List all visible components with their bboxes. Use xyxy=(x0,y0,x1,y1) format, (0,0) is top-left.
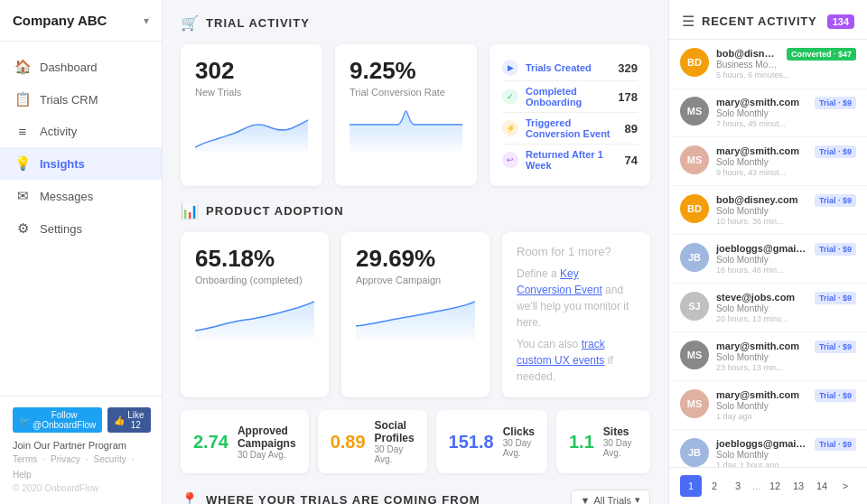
new-trials-value: 302 xyxy=(195,57,308,85)
footer-link-help[interactable]: Help xyxy=(13,470,32,480)
placeholder-title: Room for 1 more? xyxy=(517,245,611,258)
conversion-chart-svg xyxy=(350,107,462,152)
like-button[interactable]: 👍 Like 12 xyxy=(107,407,150,433)
small-metric-approved-campaigns: 2.74 Approved Campaigns 30 Day Avg. xyxy=(181,410,309,473)
sidebar-label-settings: Settings xyxy=(40,222,82,236)
activity-badge-0: Converted · $47 xyxy=(787,48,856,61)
footer-link-security[interactable]: Security xyxy=(94,454,126,464)
small-metric-value: 0.89 xyxy=(331,432,366,453)
sidebar-item-insights[interactable]: 💡Insights xyxy=(0,147,162,180)
page-btn->[interactable]: > xyxy=(834,475,856,497)
activity-badge-col-5: Trial · $9 xyxy=(815,292,856,306)
twitter-button[interactable]: 🐦 Follow @OnboardFlow xyxy=(13,407,102,433)
conversion-rate-chart xyxy=(350,107,462,152)
activity-badge-2: Trial · $9 xyxy=(815,145,856,158)
activity-plan-2: Solo Monthly xyxy=(716,157,807,167)
page-dots: ... xyxy=(750,481,762,491)
page-btn-13[interactable]: 13 xyxy=(788,475,809,497)
sidebar-footer: 🐦 Follow @OnboardFlow 👍 Like 12 Join Our… xyxy=(0,396,162,504)
page-btn-1[interactable]: 1 xyxy=(680,475,702,497)
activity-time-2: 9 hours, 43 minut... xyxy=(716,168,807,177)
new-trials-card: 302 New Trials xyxy=(181,44,322,186)
trial-activity-title: TRIAL ACTIVITY xyxy=(206,16,310,30)
small-metric-info: Social Profiles 30 Day Avg. xyxy=(375,419,415,464)
trial-activity-header: 🛒 TRIAL ACTIVITY xyxy=(181,14,650,32)
activity-plan-4: Solo Monthly xyxy=(716,255,807,265)
stat-value: 74 xyxy=(625,154,638,167)
sidebar-label-messages: Messages xyxy=(40,190,93,203)
copyright: © 2020 OnboardFlow xyxy=(13,483,149,493)
stat-icon: ▶ xyxy=(502,60,518,76)
activity-email-8[interactable]: joebloggs@gmail.com xyxy=(716,438,807,449)
avatar-0: BD xyxy=(680,48,709,77)
recent-activity-title: RECENT ACTIVITY xyxy=(702,14,817,28)
activity-email-6[interactable]: mary@smith.com xyxy=(716,341,807,351)
stat-row: ⚡ Triggered Conversion Event 89 xyxy=(502,113,638,145)
sidebar-item-settings[interactable]: ⚙Settings xyxy=(0,212,162,245)
activity-count-badge: 134 xyxy=(827,14,854,29)
sidebar-item-trials-crm[interactable]: 📋Trials CRM xyxy=(0,83,162,116)
page-btn-2[interactable]: 2 xyxy=(704,475,725,497)
footer-link-terms[interactable]: Terms xyxy=(13,454,37,464)
page-btn-3[interactable]: 3 xyxy=(727,475,749,497)
page-btn-12[interactable]: 12 xyxy=(764,475,786,497)
activity-email-2[interactable]: mary@smith.com xyxy=(716,145,807,156)
product-adoption-header: 📊 PRODUCT ADOPTION xyxy=(181,202,650,219)
small-metric-name: Clicks xyxy=(503,425,535,438)
footer-link-privacy[interactable]: Privacy xyxy=(51,454,80,464)
small-metric-name: Approved Campaigns xyxy=(238,425,296,450)
avatar-3: BD xyxy=(680,194,709,223)
adoption-icon: 📊 xyxy=(181,202,199,219)
small-metric-info: Approved Campaigns 30 Day Avg. xyxy=(238,425,296,460)
product-adoption-title: PRODUCT ADOPTION xyxy=(206,204,344,218)
activity-badge-3: Trial · $9 xyxy=(815,194,856,207)
avatar-4: JB xyxy=(680,243,709,272)
sidebar-label-dashboard: Dashboard xyxy=(40,61,98,74)
page-btn-14[interactable]: 14 xyxy=(811,475,833,497)
activity-email-5[interactable]: steve@jobs.com xyxy=(716,292,807,303)
small-metric-value: 2.74 xyxy=(193,432,228,453)
activity-item-1: MS mary@smith.com Solo Monthly 7 hours, … xyxy=(669,89,867,137)
activity-item-4: JB joebloggs@gmail.com Solo Monthly 16 h… xyxy=(669,235,867,284)
onboarding-chart-svg xyxy=(195,294,314,340)
activity-email-1[interactable]: mary@smith.com xyxy=(716,97,807,107)
onboarding-card: 65.18% Onboarding (completed) xyxy=(181,232,329,397)
recent-title-row: ☰ RECENT ACTIVITY xyxy=(682,13,817,30)
activity-email-0[interactable]: bob@disney.com xyxy=(716,48,779,59)
product-adoption-section: 📊 PRODUCT ADOPTION 65.18% Onboarding (co… xyxy=(181,202,650,473)
stat-label: Completed Onboarding xyxy=(526,86,611,107)
activity-content-0: bob@disney.com Business Monthly ... 5 ho… xyxy=(716,48,779,79)
onboarding-chart xyxy=(195,294,314,340)
new-trials-chart xyxy=(195,107,308,152)
activity-list: BD bob@disney.com Business Monthly ... 5… xyxy=(669,40,867,467)
activity-email-7[interactable]: mary@smith.com xyxy=(716,389,807,400)
activity-badge-6: Trial · $9 xyxy=(815,341,856,353)
activity-item-3: BD bob@disney.com Solo Monthly 10 hours,… xyxy=(669,186,867,235)
activity-plan-0: Business Monthly ... xyxy=(716,60,779,70)
activity-email-3[interactable]: bob@disney.com xyxy=(716,194,807,205)
sidebar-item-messages[interactable]: ✉Messages xyxy=(0,180,162,212)
sidebar-item-activity[interactable]: ≡Activity xyxy=(0,116,162,147)
activity-badge-col-8: Trial · $9 xyxy=(815,438,856,453)
small-metric-sites: 1.1 Sites 30 Day Avg. xyxy=(556,410,650,473)
stat-row: ▶ Trials Created 329 xyxy=(502,55,638,81)
activity-badge-col-2: Trial · $9 xyxy=(815,145,856,160)
filter-button[interactable]: ▼ All Trials ▾ xyxy=(571,490,650,504)
trials-source-header: 📍 WHERE YOUR TRIALS ARE COMING FROM ▼ Al… xyxy=(181,490,650,504)
sidebar-item-dashboard[interactable]: 🏠Dashboard xyxy=(0,51,162,83)
activity-plan-5: Solo Monthly xyxy=(716,303,807,313)
thumbs-up-icon: 👍 xyxy=(114,415,125,425)
conversion-rate-card: 9.25% Trial Conversion Rate xyxy=(335,44,477,186)
stat-value: 178 xyxy=(618,90,638,104)
recent-activity-header: ☰ RECENT ACTIVITY 134 xyxy=(669,0,867,40)
activity-badge-col-7: Trial · $9 xyxy=(815,389,856,404)
small-metric-info: Sites 30 Day Avg. xyxy=(603,425,638,458)
sidebar-label-insights: Insights xyxy=(40,157,85,171)
activity-email-4[interactable]: joebloggs@gmail.com xyxy=(716,243,807,254)
chevron-down-icon[interactable]: ▾ xyxy=(144,14,149,27)
stat-row: ↩ Returned After 1 Week 74 xyxy=(502,145,638,175)
main-content: 🛒 TRIAL ACTIVITY 302 New Trials xyxy=(163,0,668,504)
avatar-5: SJ xyxy=(680,292,709,321)
activity-content-7: mary@smith.com Solo Monthly 1 day ago xyxy=(716,389,807,421)
avatar-2: MS xyxy=(680,145,709,174)
